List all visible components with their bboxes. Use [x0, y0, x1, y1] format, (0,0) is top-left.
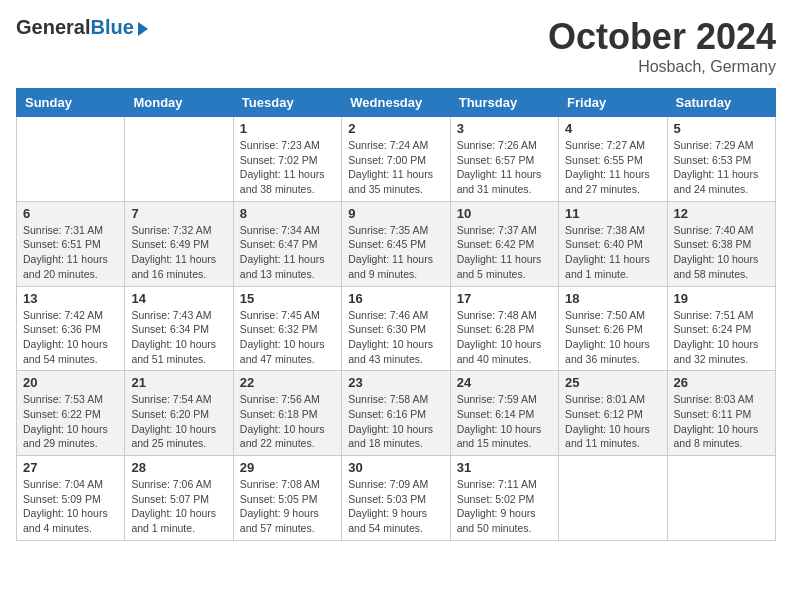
calendar-cell: 2Sunrise: 7:24 AM Sunset: 7:00 PM Daylig… [342, 117, 450, 202]
day-info: Sunrise: 7:56 AM Sunset: 6:18 PM Dayligh… [240, 392, 335, 451]
calendar-cell: 22Sunrise: 7:56 AM Sunset: 6:18 PM Dayli… [233, 371, 341, 456]
weekday-header-thursday: Thursday [450, 89, 558, 117]
calendar-cell: 6Sunrise: 7:31 AM Sunset: 6:51 PM Daylig… [17, 201, 125, 286]
calendar-cell: 1Sunrise: 7:23 AM Sunset: 7:02 PM Daylig… [233, 117, 341, 202]
day-info: Sunrise: 7:23 AM Sunset: 7:02 PM Dayligh… [240, 138, 335, 197]
calendar-cell: 14Sunrise: 7:43 AM Sunset: 6:34 PM Dayli… [125, 286, 233, 371]
logo: General Blue [16, 16, 148, 39]
day-info: Sunrise: 7:04 AM Sunset: 5:09 PM Dayligh… [23, 477, 118, 536]
day-number: 5 [674, 121, 769, 136]
calendar-cell: 4Sunrise: 7:27 AM Sunset: 6:55 PM Daylig… [559, 117, 667, 202]
calendar-week-row: 1Sunrise: 7:23 AM Sunset: 7:02 PM Daylig… [17, 117, 776, 202]
calendar-cell [559, 456, 667, 541]
day-info: Sunrise: 7:29 AM Sunset: 6:53 PM Dayligh… [674, 138, 769, 197]
day-info: Sunrise: 7:09 AM Sunset: 5:03 PM Dayligh… [348, 477, 443, 536]
weekday-header-saturday: Saturday [667, 89, 775, 117]
logo-general-text: General [16, 16, 90, 39]
calendar-cell: 9Sunrise: 7:35 AM Sunset: 6:45 PM Daylig… [342, 201, 450, 286]
day-info: Sunrise: 7:58 AM Sunset: 6:16 PM Dayligh… [348, 392, 443, 451]
day-number: 26 [674, 375, 769, 390]
day-info: Sunrise: 7:40 AM Sunset: 6:38 PM Dayligh… [674, 223, 769, 282]
day-number: 4 [565, 121, 660, 136]
calendar-cell: 19Sunrise: 7:51 AM Sunset: 6:24 PM Dayli… [667, 286, 775, 371]
calendar-cell: 30Sunrise: 7:09 AM Sunset: 5:03 PM Dayli… [342, 456, 450, 541]
day-number: 18 [565, 291, 660, 306]
day-info: Sunrise: 7:35 AM Sunset: 6:45 PM Dayligh… [348, 223, 443, 282]
calendar-cell [125, 117, 233, 202]
page-header: General Blue October 2024 Hosbach, Germa… [16, 16, 776, 76]
calendar-cell: 5Sunrise: 7:29 AM Sunset: 6:53 PM Daylig… [667, 117, 775, 202]
location-text: Hosbach, Germany [548, 58, 776, 76]
weekday-header-monday: Monday [125, 89, 233, 117]
calendar-table: SundayMondayTuesdayWednesdayThursdayFrid… [16, 88, 776, 541]
calendar-cell: 28Sunrise: 7:06 AM Sunset: 5:07 PM Dayli… [125, 456, 233, 541]
day-info: Sunrise: 7:27 AM Sunset: 6:55 PM Dayligh… [565, 138, 660, 197]
day-number: 11 [565, 206, 660, 221]
day-info: Sunrise: 7:50 AM Sunset: 6:26 PM Dayligh… [565, 308, 660, 367]
calendar-cell: 13Sunrise: 7:42 AM Sunset: 6:36 PM Dayli… [17, 286, 125, 371]
day-number: 10 [457, 206, 552, 221]
day-number: 2 [348, 121, 443, 136]
day-number: 21 [131, 375, 226, 390]
day-info: Sunrise: 7:53 AM Sunset: 6:22 PM Dayligh… [23, 392, 118, 451]
day-number: 19 [674, 291, 769, 306]
day-info: Sunrise: 7:06 AM Sunset: 5:07 PM Dayligh… [131, 477, 226, 536]
day-info: Sunrise: 7:32 AM Sunset: 6:49 PM Dayligh… [131, 223, 226, 282]
calendar-cell: 15Sunrise: 7:45 AM Sunset: 6:32 PM Dayli… [233, 286, 341, 371]
day-info: Sunrise: 7:59 AM Sunset: 6:14 PM Dayligh… [457, 392, 552, 451]
calendar-cell: 31Sunrise: 7:11 AM Sunset: 5:02 PM Dayli… [450, 456, 558, 541]
day-number: 1 [240, 121, 335, 136]
day-number: 12 [674, 206, 769, 221]
day-number: 7 [131, 206, 226, 221]
calendar-week-row: 27Sunrise: 7:04 AM Sunset: 5:09 PM Dayli… [17, 456, 776, 541]
day-number: 25 [565, 375, 660, 390]
calendar-cell: 16Sunrise: 7:46 AM Sunset: 6:30 PM Dayli… [342, 286, 450, 371]
calendar-week-row: 20Sunrise: 7:53 AM Sunset: 6:22 PM Dayli… [17, 371, 776, 456]
day-number: 23 [348, 375, 443, 390]
day-info: Sunrise: 7:11 AM Sunset: 5:02 PM Dayligh… [457, 477, 552, 536]
day-info: Sunrise: 7:26 AM Sunset: 6:57 PM Dayligh… [457, 138, 552, 197]
day-info: Sunrise: 7:46 AM Sunset: 6:30 PM Dayligh… [348, 308, 443, 367]
weekday-header-row: SundayMondayTuesdayWednesdayThursdayFrid… [17, 89, 776, 117]
day-info: Sunrise: 8:01 AM Sunset: 6:12 PM Dayligh… [565, 392, 660, 451]
day-number: 20 [23, 375, 118, 390]
day-number: 22 [240, 375, 335, 390]
title-block: October 2024 Hosbach, Germany [548, 16, 776, 76]
day-info: Sunrise: 7:34 AM Sunset: 6:47 PM Dayligh… [240, 223, 335, 282]
calendar-week-row: 13Sunrise: 7:42 AM Sunset: 6:36 PM Dayli… [17, 286, 776, 371]
calendar-cell [667, 456, 775, 541]
weekday-header-friday: Friday [559, 89, 667, 117]
weekday-header-wednesday: Wednesday [342, 89, 450, 117]
day-number: 28 [131, 460, 226, 475]
day-number: 29 [240, 460, 335, 475]
calendar-cell: 17Sunrise: 7:48 AM Sunset: 6:28 PM Dayli… [450, 286, 558, 371]
day-number: 24 [457, 375, 552, 390]
day-number: 15 [240, 291, 335, 306]
calendar-cell: 10Sunrise: 7:37 AM Sunset: 6:42 PM Dayli… [450, 201, 558, 286]
day-number: 3 [457, 121, 552, 136]
calendar-cell: 27Sunrise: 7:04 AM Sunset: 5:09 PM Dayli… [17, 456, 125, 541]
day-info: Sunrise: 7:43 AM Sunset: 6:34 PM Dayligh… [131, 308, 226, 367]
day-info: Sunrise: 7:45 AM Sunset: 6:32 PM Dayligh… [240, 308, 335, 367]
day-info: Sunrise: 7:37 AM Sunset: 6:42 PM Dayligh… [457, 223, 552, 282]
day-info: Sunrise: 7:38 AM Sunset: 6:40 PM Dayligh… [565, 223, 660, 282]
day-number: 14 [131, 291, 226, 306]
day-number: 30 [348, 460, 443, 475]
day-number: 27 [23, 460, 118, 475]
calendar-cell: 18Sunrise: 7:50 AM Sunset: 6:26 PM Dayli… [559, 286, 667, 371]
day-number: 6 [23, 206, 118, 221]
day-info: Sunrise: 7:48 AM Sunset: 6:28 PM Dayligh… [457, 308, 552, 367]
calendar-cell: 8Sunrise: 7:34 AM Sunset: 6:47 PM Daylig… [233, 201, 341, 286]
day-number: 16 [348, 291, 443, 306]
calendar-cell: 26Sunrise: 8:03 AM Sunset: 6:11 PM Dayli… [667, 371, 775, 456]
calendar-week-row: 6Sunrise: 7:31 AM Sunset: 6:51 PM Daylig… [17, 201, 776, 286]
day-info: Sunrise: 7:31 AM Sunset: 6:51 PM Dayligh… [23, 223, 118, 282]
day-number: 9 [348, 206, 443, 221]
day-info: Sunrise: 7:42 AM Sunset: 6:36 PM Dayligh… [23, 308, 118, 367]
logo-arrow-icon [138, 22, 148, 36]
calendar-cell: 29Sunrise: 7:08 AM Sunset: 5:05 PM Dayli… [233, 456, 341, 541]
calendar-cell: 23Sunrise: 7:58 AM Sunset: 6:16 PM Dayli… [342, 371, 450, 456]
calendar-cell: 7Sunrise: 7:32 AM Sunset: 6:49 PM Daylig… [125, 201, 233, 286]
calendar-cell: 24Sunrise: 7:59 AM Sunset: 6:14 PM Dayli… [450, 371, 558, 456]
day-number: 8 [240, 206, 335, 221]
